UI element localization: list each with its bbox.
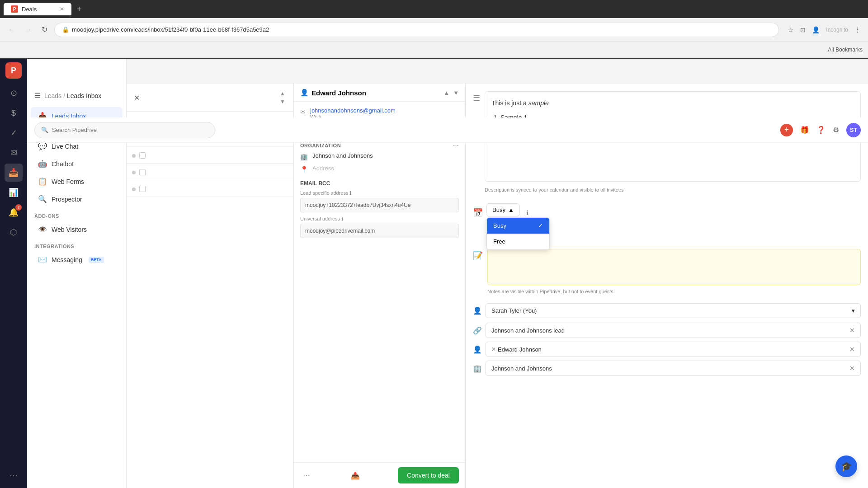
assignee-dropdown[interactable]: Sarah Tyler (You) ▾: [486, 303, 861, 318]
lead-checkbox-5[interactable]: [139, 186, 146, 192]
link-remove-btn[interactable]: ✕: [849, 327, 855, 334]
search-input[interactable]: [52, 127, 208, 133]
screen-icon[interactable]: ⊡: [798, 24, 807, 35]
contact-collapse-up[interactable]: ▲: [443, 89, 449, 96]
profile-icon[interactable]: 👤: [810, 24, 821, 35]
lead-item-3[interactable]: [127, 147, 293, 164]
convert-to-deal-btn[interactable]: Convert to deal: [398, 467, 459, 483]
busy-option-text: Busy: [493, 222, 506, 229]
status-option-busy[interactable]: Busy ✓: [487, 218, 549, 234]
status-info-icon[interactable]: ℹ: [526, 209, 528, 216]
address-bar[interactable]: 🔒 moodjoy.pipedrive.com/leads/inbox/51f2…: [54, 23, 779, 37]
nav-leads[interactable]: 📥: [5, 164, 23, 182]
org-menu-btn[interactable]: ⋯: [453, 142, 459, 149]
scroll-up-arrow[interactable]: ▲: [279, 89, 286, 98]
link-row: 🔗 Johnson and Johnsons lead ✕: [473, 323, 861, 338]
close-list-btn[interactable]: ✕: [134, 94, 140, 102]
nav-home[interactable]: ⊙: [5, 84, 23, 102]
header-bar: 🔍 + 🎁 ❓ ⚙ ST: [27, 117, 868, 143]
icon-nav: P ⊙ $ ✓ ✉ 📥 📊 🔔 7 ⬡ ⋯: [0, 59, 27, 488]
lead-checkbox-3[interactable]: [139, 152, 146, 159]
extensions-icon[interactable]: ⋮: [853, 24, 863, 35]
person-icon: 👤: [300, 89, 309, 97]
universal-address-info-icon[interactable]: ℹ: [341, 216, 343, 221]
nav-activities[interactable]: ✓: [5, 124, 23, 142]
address-field-row: 📍 Address: [300, 165, 459, 173]
live-chat-label: Live Chat: [52, 143, 78, 150]
live-chat-icon: 💬: [38, 142, 47, 150]
lead-checkbox-4[interactable]: [139, 169, 146, 175]
active-tab[interactable]: P Deals ✕: [4, 3, 71, 15]
user-avatar[interactable]: ST: [846, 123, 861, 137]
list-toolbar: ✕: [134, 94, 140, 102]
contact-footer: ⋯ 📥 Convert to deal: [294, 462, 465, 488]
scroll-arrows: ▲ ▼: [279, 89, 286, 106]
web-visitors-icon: 👁️: [38, 225, 47, 234]
sidebar-item-web-forms[interactable]: 📋 Web Forms: [31, 173, 123, 190]
org-tag-remove-btn[interactable]: ✕: [849, 365, 855, 372]
lead-address-label: Lead specific address ℹ: [300, 190, 459, 196]
sidebar-item-prospector[interactable]: 🔍 Prospector: [31, 190, 123, 208]
org-tag-row: 🏢 Johnson and Johnsons ✕: [473, 361, 861, 376]
nav-mail[interactable]: ✉: [5, 144, 23, 162]
email-icon: ✉: [300, 108, 306, 115]
floating-help-btn[interactable]: 🎓: [835, 455, 857, 477]
lead-address-value[interactable]: moodjoy+10223372+leadb7Uvj34sxn4u4Ue: [300, 198, 459, 212]
status-dropdown-wrapper: Busy ▲ Busy ✓ Free: [486, 203, 520, 216]
lead-address-info-icon[interactable]: ℹ: [349, 190, 351, 196]
sidebar-toggle-btn[interactable]: ☰: [34, 91, 41, 100]
person-tag-remove-btn[interactable]: ✕: [849, 346, 855, 353]
search-icon: 🔍: [41, 127, 48, 133]
scroll-down-arrow[interactable]: ▼: [279, 98, 286, 106]
search-bar[interactable]: 🔍: [34, 122, 215, 138]
app-logo[interactable]: P: [5, 62, 22, 79]
prospector-label: Prospector: [52, 196, 82, 203]
back-btn[interactable]: ←: [5, 23, 18, 36]
org-name[interactable]: Johnson and Johnsons: [312, 152, 459, 159]
add-button[interactable]: +: [780, 124, 793, 136]
nav-more[interactable]: ⋯: [5, 466, 23, 484]
bookmarks-label[interactable]: All Bookmarks: [828, 47, 863, 53]
contact-panel: 👤 Edward Johnson ▲ ▼ ✉ johnsonandohnsons…: [294, 84, 466, 488]
org-tag-icon: 🏢: [473, 364, 482, 373]
tab-close-btn[interactable]: ✕: [60, 6, 64, 12]
settings-icon[interactable]: ⚙: [833, 126, 839, 134]
lead-dot-4: [132, 171, 136, 174]
sidebar-item-messaging[interactable]: ✉️ Messaging BETA: [31, 251, 123, 268]
address-placeholder[interactable]: Address: [312, 165, 459, 172]
email-value[interactable]: johnsonandohnsons@gmail.com: [310, 107, 459, 114]
status-option-free[interactable]: Free: [487, 234, 549, 249]
yellow-notes-area[interactable]: [487, 249, 861, 285]
nav-reports[interactable]: 📊: [5, 183, 23, 202]
address-text: moodjoy.pipedrive.com/leads/inbox/51f234…: [72, 26, 269, 33]
nav-deals[interactable]: $: [5, 104, 23, 122]
browser-tabs: P Deals ✕ +: [0, 0, 868, 18]
web-forms-label: Web Forms: [52, 178, 84, 185]
archive-btn[interactable]: 📥: [348, 469, 363, 483]
link-field-box[interactable]: Johnson and Johnsons lead ✕: [486, 323, 861, 338]
contact-collapse-down[interactable]: ▼: [453, 89, 459, 96]
reload-btn[interactable]: ↻: [38, 23, 51, 36]
help-icon[interactable]: ❓: [816, 126, 826, 134]
bookmark-star-icon[interactable]: ☆: [786, 24, 796, 35]
addons-section-header: ADD-ONS: [27, 208, 126, 221]
nav-integrations[interactable]: ⬡: [5, 223, 23, 241]
forward-btn[interactable]: →: [22, 23, 34, 36]
lead-item-4[interactable]: [127, 164, 293, 180]
chevron-up-icon: ▲: [508, 206, 514, 213]
lead-item-5[interactable]: [127, 180, 293, 197]
notifications-header-icon[interactable]: 🎁: [800, 126, 809, 134]
notes-toolbar-icon: ☰: [473, 93, 480, 103]
status-dropdown-trigger[interactable]: Busy ▲: [486, 203, 520, 216]
sidebar-item-web-visitors[interactable]: 👁️ Web Visitors: [31, 221, 123, 238]
org-field-row: 🏢 Johnson and Johnsons: [300, 152, 459, 160]
sidebar-item-chatbot[interactable]: 🤖 Chatbot: [31, 155, 123, 173]
new-tab-btn[interactable]: +: [73, 3, 85, 16]
link-field-value: Johnson and Johnsons lead: [491, 327, 565, 334]
beta-badge: BETA: [89, 257, 104, 263]
org-section-header: ORGANIZATION ⋯: [300, 142, 459, 149]
org-tag-field: Johnson and Johnsons ✕: [486, 361, 861, 376]
more-actions-btn[interactable]: ⋯: [300, 469, 313, 483]
nav-notifications[interactable]: 🔔 7: [5, 203, 23, 221]
universal-address-value[interactable]: moodjoy@pipedrivemail.com: [300, 224, 459, 238]
